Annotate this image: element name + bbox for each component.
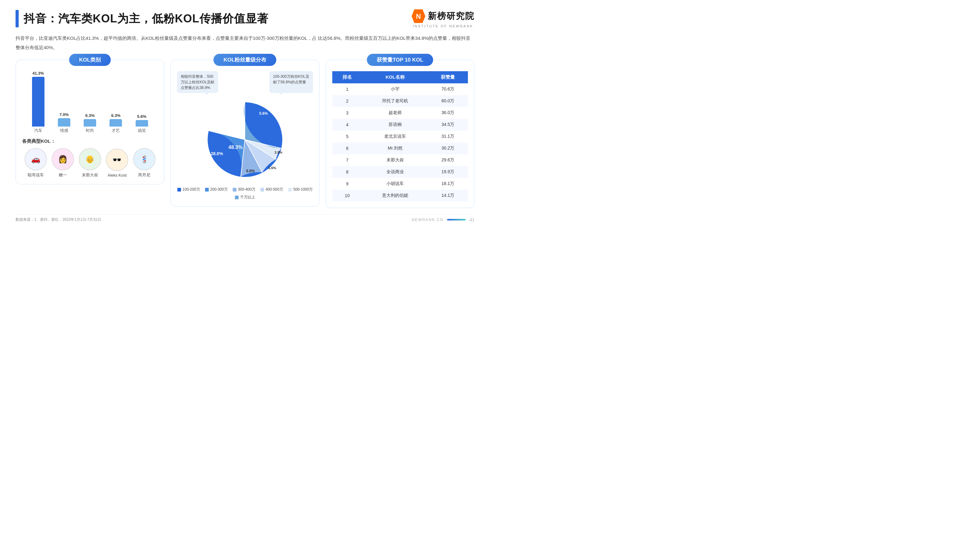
table-row: 8全说商业19.9万 — [332, 166, 468, 178]
cell-rank-1: 2 — [332, 95, 363, 107]
bar-value-car: 41.3% — [32, 71, 44, 76]
bar-group-emotion: 7.0% 情感 — [58, 112, 70, 133]
logo-box: N 新榜研究院 — [412, 10, 474, 23]
cell-name-1: 拜托了老司机 — [363, 95, 428, 107]
pie-label-1: 48.3% — [229, 144, 243, 150]
cell-likes-7: 19.9万 — [428, 166, 468, 178]
legend-5: 500-1000万 — [288, 187, 313, 192]
cell-likes-2: 36.0万 — [428, 107, 468, 119]
legend-dot-2 — [205, 188, 209, 192]
pie-label-6: 5.6% — [259, 111, 268, 116]
kol-avatar-3: 👴 末那大叔 — [79, 148, 101, 178]
avatar-name-5: 芮丹尼 — [138, 172, 150, 178]
bar-chart: 41.3% 汽车 7.0% 情感 6.3% 时尚 6.3% 才艺 — [22, 71, 158, 133]
cell-name-2: 超老师 — [363, 107, 428, 119]
pie-label-5: 2.8% — [275, 151, 283, 154]
cell-name-5: Mr.刘然 — [363, 143, 428, 154]
avatar-circle-4: 🕶️ — [106, 149, 128, 171]
cell-name-7: 全说商业 — [363, 166, 428, 178]
bar-value-fashion: 6.3% — [85, 113, 95, 118]
panel1-title: KOL类别 — [69, 54, 111, 66]
legend-dot-1 — [177, 188, 181, 192]
cell-name-0: 小宇 — [363, 83, 428, 95]
footer-bar-accent — [447, 219, 466, 221]
pie-chart-container: 48.3% 28.0% 9.8% 5.6% 2.8% 5.6% 100-200万 — [177, 96, 313, 200]
col-rank: 排名 — [332, 71, 363, 83]
panel3-title: 获赞量TOP 10 KOL — [367, 54, 433, 66]
cell-rank-7: 8 — [332, 166, 363, 178]
pie-legend: 100-200万 200-300万 300-400万 400-500万 — [177, 187, 313, 200]
table-row: 4苏语桐34.5万 — [332, 119, 468, 130]
panel2-title: KOL粉丝量级分布 — [214, 54, 277, 66]
table-row: 6Mr.刘然30.2万 — [332, 143, 468, 154]
table-row: 1小宇70.6万 — [332, 83, 468, 95]
bar-group-talent: 6.3% 才艺 — [110, 113, 122, 133]
bar-value-emotion: 7.0% — [59, 112, 69, 117]
avatar-name-3: 末那大叔 — [82, 172, 98, 178]
cell-likes-4: 31.1万 — [428, 130, 468, 143]
cell-likes-0: 70.6万 — [428, 83, 468, 95]
bar-label-emotion: 情感 — [60, 128, 68, 133]
avatar-circle-1: 🚗 — [25, 148, 47, 170]
legend-dot-5 — [288, 188, 292, 192]
footer-right: NEWRANK.CN 41 — [412, 218, 474, 222]
col-likes: 获赞量 — [428, 71, 468, 83]
bar-talent — [110, 119, 122, 127]
legend-6: 千万以上 — [235, 195, 255, 200]
title-block: 抖音：汽车类KOL为主，低粉KOL传播价值显著 — [16, 10, 269, 27]
callout-left: 相较抖音整体，500万以上粉丝KOL贡献点赞量占比38.9% — [177, 71, 218, 93]
logo-name: 新榜研究院 — [428, 10, 474, 22]
legend-dot-4 — [260, 188, 264, 192]
bar-label-funny: 搞笑 — [138, 128, 146, 133]
avatar-circle-3: 👴 — [79, 148, 101, 170]
bar-label-fashion: 时尚 — [86, 128, 94, 133]
cell-likes-6: 29.6万 — [428, 154, 468, 166]
cell-rank-0: 1 — [332, 83, 363, 95]
table-row: 5老北京说车31.1万 — [332, 130, 468, 143]
page-title: 抖音：汽车类KOL为主，低粉KOL传播价值显著 — [24, 11, 269, 27]
cell-likes-3: 34.5万 — [428, 119, 468, 130]
table-row: 10意大利的伯妮14.1万 — [332, 190, 468, 202]
table-head: 排名 KOL名称 获赞量 — [332, 71, 468, 83]
bar-emotion — [58, 118, 70, 127]
panel3-body: 排名 KOL名称 获赞量 1小宇70.6万2拜托了老司机60.0万3超老师36.… — [332, 71, 468, 202]
kol-types-label: 各类典型KOL： — [22, 138, 158, 144]
cell-rank-5: 6 — [332, 143, 363, 154]
pie-label-4: 5.6% — [269, 166, 276, 170]
cell-likes-1: 60.0万 — [428, 95, 468, 107]
avatar-name-2: 糖一 — [59, 172, 67, 178]
logo-icon: N — [412, 10, 425, 23]
panel2-body: 相较抖音整体，500万以上粉丝KOL贡献点赞量占比38.9% 100-300万粉… — [177, 71, 313, 200]
table-row: 7末那大叔29.6万 — [332, 154, 468, 166]
cell-likes-9: 14.1万 — [428, 190, 468, 202]
footer-page: 41 — [469, 218, 474, 222]
table-row: 3超老师36.0万 — [332, 107, 468, 119]
legend-label-5: 500-1000万 — [293, 187, 313, 192]
kol-avatar-4: 🕶️ Aleks Kost — [106, 149, 128, 178]
col-name: KOL名称 — [363, 71, 428, 83]
legend-2: 200-300万 — [205, 187, 228, 192]
svg-text:N: N — [416, 13, 421, 20]
bar-value-funny: 5.6% — [137, 114, 146, 119]
legend-label-6: 千万以上 — [240, 195, 255, 200]
bar-group-funny: 5.6% 搞笑 — [136, 114, 148, 133]
legend-label-1: 100-200万 — [183, 187, 200, 192]
cell-likes-5: 30.2万 — [428, 143, 468, 154]
cell-name-6: 末那大叔 — [363, 154, 428, 166]
cell-name-4: 老北京说车 — [363, 130, 428, 143]
pie-label-3: 9.8% — [247, 169, 255, 173]
avatar-name-1: 聪哥说车 — [28, 172, 44, 178]
description-content: 抖音平台，比亚迪汽车类KOL占比41.3%，超平均值的两倍。从KOL粉丝量级及点… — [16, 35, 470, 50]
legend-dot-3 — [233, 188, 237, 192]
top-table: 排名 KOL名称 获赞量 1小宇70.6万2拜托了老司机60.0万3超老师36.… — [332, 71, 468, 202]
bar-value-talent: 6.3% — [111, 113, 121, 118]
footer-brand: NEWRANK.CN — [412, 218, 443, 222]
legend-dot-6 — [235, 195, 239, 199]
cell-name-8: 小胡说车 — [363, 178, 428, 190]
kol-avatar-5: 💈 芮丹尼 — [133, 148, 156, 178]
panel-kol-fans: KOL粉丝量级分布 相较抖音整体，500万以上粉丝KOL贡献点赞量占比38.9%… — [170, 60, 319, 206]
pie-chart-svg: 48.3% 28.0% 9.8% 5.6% 2.8% 5.6% — [201, 96, 288, 183]
title-bar-accent — [16, 10, 19, 27]
legend-label-2: 200-300万 — [210, 187, 228, 192]
kol-avatars: 🚗 聪哥说车 👩 糖一 👴 末那大叔 🕶️ Aleks Kost 💈 — [22, 148, 158, 178]
